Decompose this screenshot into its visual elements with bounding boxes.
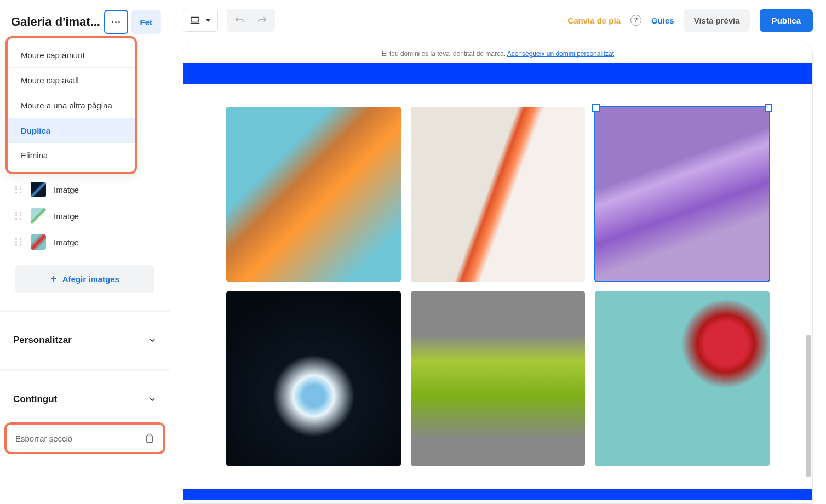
- gallery-image-4[interactable]: [226, 291, 401, 466]
- domain-banner-link[interactable]: Aconsegueix un domini personalitzat: [507, 50, 614, 58]
- gallery-image-2[interactable]: [411, 107, 586, 282]
- main-area: Canvia de pla ? Guies Vista prèvia Publi…: [170, 0, 826, 504]
- content-section-toggle[interactable]: Contingut: [11, 387, 159, 411]
- chevron-down-icon: [148, 336, 157, 345]
- delete-section-button[interactable]: Esborrar secció: [4, 422, 165, 454]
- image-list-item[interactable]: Imatge: [11, 176, 159, 203]
- more-options-button[interactable]: [104, 10, 128, 34]
- desktop-icon: [190, 16, 200, 24]
- gallery-image-1[interactable]: [226, 107, 401, 282]
- publish-button[interactable]: Publica: [760, 9, 813, 32]
- image-label: Imatge: [54, 238, 79, 247]
- image-thumb: [31, 208, 46, 224]
- dropdown-item-delete[interactable]: Elimina: [8, 143, 135, 168]
- add-images-label: Afegir imatges: [62, 274, 119, 284]
- site-hero-bar[interactable]: [183, 63, 812, 84]
- plus-icon: +: [50, 273, 57, 285]
- image-list-item[interactable]: Imatge: [11, 229, 159, 255]
- drag-handle-icon[interactable]: [15, 238, 23, 246]
- image-thumb: [31, 234, 46, 250]
- scrollbar[interactable]: [806, 335, 811, 477]
- chevron-down-icon: [148, 395, 157, 404]
- dropdown-menu: Moure cap amunt Moure cap avall Moure a …: [5, 36, 137, 174]
- delete-section-label: Esborrar secció: [15, 434, 72, 443]
- dropdown-item-move-down[interactable]: Moure cap avall: [8, 68, 135, 93]
- domain-banner: El teu domini és la teva identitat de ma…: [183, 44, 812, 63]
- image-list-item[interactable]: Imatge: [11, 203, 159, 229]
- topbar-left: [183, 9, 275, 32]
- image-thumb: [31, 182, 46, 197]
- trash-icon: [145, 433, 154, 443]
- caret-down-icon: [205, 19, 211, 22]
- topbar: Canvia de pla ? Guies Vista prèvia Publi…: [170, 0, 826, 41]
- content-label: Contingut: [13, 394, 57, 405]
- redo-icon: [257, 16, 268, 25]
- device-selector-button[interactable]: [183, 9, 218, 32]
- redo-button[interactable]: [251, 10, 274, 31]
- undo-icon: [234, 16, 245, 25]
- dropdown-item-move-up[interactable]: Moure cap amunt: [8, 43, 135, 68]
- divider: [0, 369, 170, 371]
- gallery-image-3[interactable]: [595, 107, 770, 282]
- sidebar: Galeria d'imat... Fet Moure cap amunt Mo…: [0, 0, 170, 504]
- undo-redo-group: [227, 9, 275, 32]
- change-plan-link[interactable]: Canvia de pla: [567, 16, 621, 25]
- page-title: Galeria d'imat...: [11, 15, 101, 29]
- image-label: Imatge: [54, 185, 79, 194]
- drag-handle-icon[interactable]: [15, 186, 23, 193]
- image-label: Imatge: [54, 211, 79, 221]
- site-footer-bar[interactable]: [183, 489, 812, 500]
- preview-button[interactable]: Vista prèvia: [684, 9, 750, 32]
- add-images-button[interactable]: + Afegir imatges: [15, 265, 154, 293]
- help-icon[interactable]: ?: [630, 15, 641, 26]
- drag-handle-icon[interactable]: [15, 212, 23, 220]
- svg-marker-2: [205, 19, 211, 22]
- gallery-image-5[interactable]: [411, 291, 586, 466]
- guides-link[interactable]: Guies: [651, 16, 674, 25]
- canvas: El teu domini és la teva identitat de ma…: [183, 44, 813, 504]
- svg-rect-0: [191, 17, 199, 22]
- customize-label: Personalitzar: [13, 335, 72, 346]
- gallery-section[interactable]: [183, 84, 812, 489]
- sidebar-header: Galeria d'imat... Fet: [0, 10, 170, 34]
- domain-banner-text: El teu domini és la teva identitat de ma…: [382, 50, 507, 58]
- undo-button[interactable]: [228, 10, 251, 31]
- more-icon: [112, 21, 120, 23]
- topbar-right: Canvia de pla ? Guies Vista prèvia Publi…: [567, 9, 813, 32]
- dropdown-item-duplicate[interactable]: Duplica: [8, 118, 135, 143]
- done-button[interactable]: Fet: [131, 10, 162, 34]
- gallery-image-6[interactable]: [595, 291, 770, 466]
- divider: [0, 310, 170, 312]
- customize-section-toggle[interactable]: Personalitzar: [11, 328, 159, 352]
- dropdown-item-move-page[interactable]: Moure a una altra pàgina: [8, 93, 135, 118]
